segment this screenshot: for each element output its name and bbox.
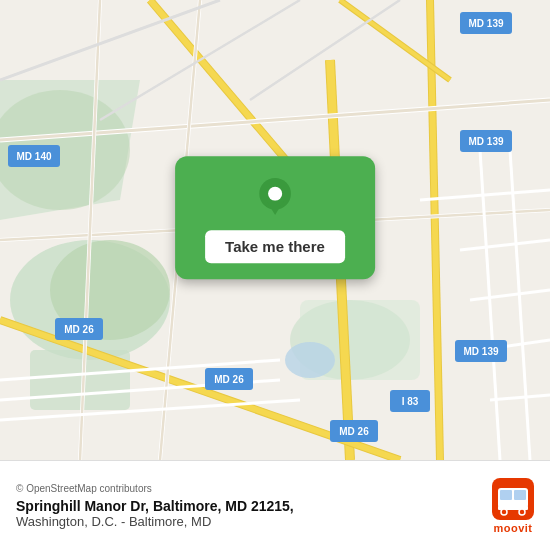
info-bar: © OpenStreetMap contributors Springhill …	[0, 460, 550, 550]
svg-point-61	[268, 187, 282, 201]
button-overlay: Take me there	[175, 156, 375, 279]
take-me-there-button[interactable]: Take me there	[205, 230, 345, 263]
address-line1: Springhill Manor Dr, Baltimore, MD 21215…	[16, 498, 294, 514]
svg-text:MD 139: MD 139	[468, 18, 503, 29]
moovit-text: moovit	[493, 522, 532, 534]
svg-point-68	[501, 509, 507, 515]
moovit-logo: moovit	[492, 478, 534, 534]
svg-text:MD 139: MD 139	[468, 136, 503, 147]
map-container: MD 139 MD 139 MD 139 MD 140 MD 140 MD 26…	[0, 0, 550, 460]
svg-rect-66	[514, 490, 526, 500]
svg-text:MD 139: MD 139	[463, 346, 498, 357]
osm-credit: © OpenStreetMap contributors	[16, 483, 294, 494]
moovit-icon	[492, 478, 534, 520]
svg-text:MD 26: MD 26	[64, 324, 94, 335]
osm-attribution-text: © OpenStreetMap contributors	[16, 483, 152, 494]
svg-point-8	[285, 342, 335, 378]
green-card: Take me there	[175, 156, 375, 279]
info-left: © OpenStreetMap contributors Springhill …	[16, 483, 294, 529]
svg-text:I 83: I 83	[402, 396, 419, 407]
svg-text:MD 26: MD 26	[214, 374, 244, 385]
svg-point-69	[519, 509, 525, 515]
svg-text:MD 26: MD 26	[339, 426, 369, 437]
svg-text:MD 140: MD 140	[16, 151, 51, 162]
location-pin-icon	[253, 176, 297, 220]
svg-rect-65	[500, 490, 512, 500]
address-line2: Washington, D.C. - Baltimore, MD	[16, 514, 294, 529]
